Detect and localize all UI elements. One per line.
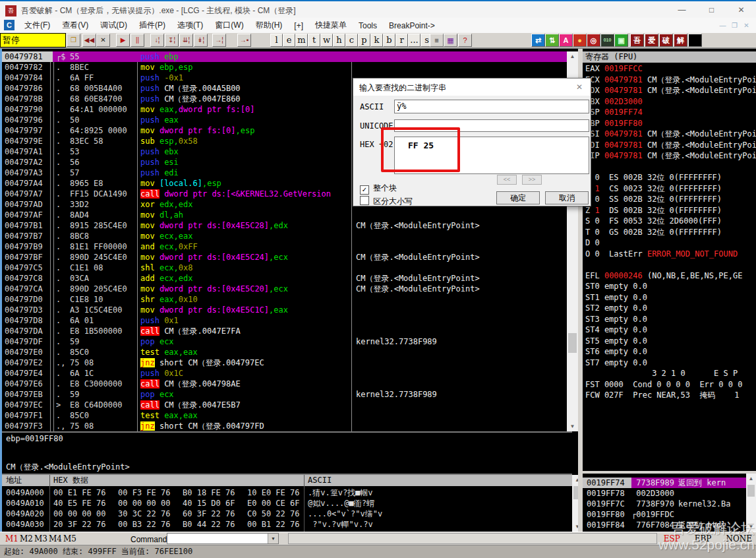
letter-button-e[interactable]: e	[283, 34, 295, 47]
black-square-icon[interactable]	[688, 34, 702, 47]
dialog-title-bar[interactable]: 输入要查找的二进制字串 ✕	[353, 78, 591, 96]
register-line[interactable]: EBX 002D3000	[583, 96, 756, 108]
menu-item-[interactable]: [+]	[288, 21, 309, 30]
mdi-close-button[interactable]: ✕	[741, 20, 752, 30]
memory-tab-m5[interactable]: M5	[63, 534, 76, 543]
menu-item-p[interactable]: 插件(P)	[133, 20, 171, 31]
letter-button-h[interactable]: h	[333, 34, 345, 47]
register-line[interactable]: D 0	[583, 237, 756, 249]
checkbox-icon[interactable]: ✓	[360, 185, 369, 195]
close-icon[interactable]: ✕	[573, 82, 585, 92]
scroll-thumb[interactable]	[568, 333, 577, 353]
memory-tab-m4[interactable]: M4	[49, 534, 62, 543]
disasm-row[interactable]: 004797F1.85C0test eax,eax	[2, 410, 567, 421]
scroll-down-icon[interactable]: ▼	[746, 524, 756, 530]
rewind-icon[interactable]: ◀◀	[82, 34, 96, 47]
register-line[interactable]: O 0 LastErr ERROR_MOD_NOT_FOUND	[583, 249, 756, 260]
po-icon[interactable]: 破	[659, 34, 673, 47]
disasm-row[interactable]: 004797CA.890D 205C4E0mov dword ptr ds:[0…	[2, 284, 567, 294]
log-list-icon[interactable]: ≡	[430, 34, 444, 47]
register-line[interactable]: Z 1 DS 002B 32位 0(FFFFFFFF)	[583, 205, 756, 216]
stack-row[interactable]: 0019FF84 776F7084返回到 ntdl	[583, 520, 746, 530]
register-line[interactable]: C 0 ES 002B 32位 0(FFFFFFFF)	[583, 172, 756, 183]
chevron-down-icon[interactable]: ▼	[268, 534, 278, 543]
cancel-button[interactable]: 取消	[545, 191, 589, 204]
command-input[interactable]: ▼	[167, 533, 279, 544]
disasm-row[interactable]: 004797EB.59pop ecxkernel32.7738F989	[2, 389, 567, 400]
disasm-row[interactable]: 004797E0.85C0test eax,eax	[2, 347, 567, 357]
wu-icon[interactable]: 吾	[630, 34, 644, 47]
updown-arrows-icon[interactable]: ⇅	[545, 34, 559, 47]
pause-icon[interactable]: ||	[131, 34, 144, 47]
till-return-icon[interactable]: →¦	[212, 34, 226, 47]
next-match-button[interactable]: >>	[522, 175, 542, 185]
stack-row[interactable]: 0019FF78 002D3000	[583, 488, 746, 499]
mdi-minimize-button[interactable]: —	[717, 20, 728, 30]
disasm-row[interactable]: 004797B7.8BC8mov ecx,eax	[2, 231, 567, 241]
disasm-row[interactable]: 004797E4.6A 1Cpush 0x1C	[2, 368, 567, 379]
disasm-row[interactable]: 004797B1.8915 285C4E0mov dword ptr ds:[0…	[2, 220, 567, 231]
maximize-button[interactable]: □	[697, 3, 726, 17]
letter-button-b[interactable]: b	[383, 34, 395, 47]
register-line[interactable]: ST0 empty 0.0	[583, 281, 756, 292]
menu-item-d[interactable]: 调试(D)	[94, 20, 133, 31]
stack-row[interactable]: 0019FF7C 7738F970kernel32.Ba	[583, 499, 746, 509]
menu-item-t[interactable]: 选项(T)	[171, 20, 209, 31]
disasm-row[interactable]: 004797DA.E8 1B500000call CM（登录.0047E7FA	[2, 326, 567, 336]
memory-dump-pane[interactable]: 地址 HEX 数据 ASCII 0049A00000 E1 FE 7600 F3…	[2, 475, 572, 532]
menu-item-tools[interactable]: Tools	[353, 21, 383, 30]
menu-item-h[interactable]: 帮助(H)	[250, 20, 289, 31]
register-line[interactable]: ST6 empty 0.0	[583, 346, 756, 357]
disasm-row[interactable]: 004797E6.E8 C3000000call CM（登录.004798AE	[2, 379, 567, 389]
memory-tab-m2[interactable]: M2	[20, 534, 33, 543]
register-line[interactable]: S 0 FS 0053 32位 2D6000(FFF)	[583, 216, 756, 227]
binary-010-icon[interactable]: 010	[600, 34, 614, 47]
letter-button-w[interactable]: w	[320, 34, 333, 47]
disasm-row[interactable]: 004797DF.59pop ecxkernel32.7738F989	[2, 336, 567, 347]
close-button[interactable]: ✕	[726, 3, 756, 17]
step-into-icon[interactable]: ↓¦	[150, 34, 164, 47]
register-line[interactable]: FCW 027F Prec NEAR,53 掩码 1	[583, 390, 756, 401]
letter-button-m[interactable]: m	[295, 34, 308, 47]
trace-over-icon[interactable]: ↡¦	[194, 34, 208, 47]
menu-item-breakpoint[interactable]: BreakPoint->	[383, 21, 441, 30]
register-line[interactable]: 3 2 1 0 E S P	[583, 368, 756, 379]
disasm-row[interactable]: 004797E2.,75 08jnz short CM（登录.004797EC	[2, 357, 567, 368]
ascii-input[interactable]: ÿ%	[394, 100, 589, 113]
menu-item-f[interactable]: 文件(F)	[18, 20, 56, 31]
register-line[interactable]: EAX 0019FFCC	[583, 63, 756, 75]
help-icon[interactable]: ?	[458, 34, 472, 47]
register-line[interactable]	[583, 259, 756, 270]
scroll-down-icon[interactable]: ▼	[567, 423, 578, 429]
register-line[interactable]: EFL 00000246 (NO,NB,E,BE,NS,PE,GE	[583, 270, 756, 282]
register-line[interactable]: T 0 GS 002B 32位 0(FFFFFFFF)	[583, 227, 756, 238]
ok-button[interactable]: 确定	[496, 191, 540, 204]
register-line[interactable]: ST1 empty 0.0	[583, 292, 756, 303]
dump-row[interactable]: 0049A03020 3F 22 7600 B3 22 76B0 44 22 7…	[2, 519, 572, 530]
register-line[interactable]: FST 0000 Cond 0 0 0 0 Err 0 0 0	[583, 379, 756, 390]
menu-item-[interactable]: 快捷菜单	[309, 20, 353, 31]
register-line[interactable]: ESI 00479781 CM（登录.<ModuleEntryPoint>	[583, 129, 756, 140]
goto-icon[interactable]: →▪	[237, 34, 251, 47]
register-line[interactable]: EIP 00479781 CM（登录.<ModuleEntryPoint>	[583, 150, 756, 162]
scroll-up-icon[interactable]: ▲	[746, 476, 756, 481]
memory-window-icon[interactable]: ▣	[614, 34, 628, 47]
letter-button-t[interactable]: t	[308, 34, 320, 47]
letter-button-more[interactable]: ...	[408, 34, 421, 47]
menu-item-v[interactable]: 查看(V)	[56, 20, 94, 31]
disasm-row[interactable]: 00479782.8BECmov ebp,esp	[2, 62, 567, 73]
stack-row[interactable]: 0019FF74 7738F989返回到 kern	[583, 478, 746, 488]
checkbox-icon[interactable]	[360, 196, 369, 205]
step-over-icon[interactable]: ↧¦	[165, 34, 179, 47]
breakpoint-dot-icon[interactable]: ●	[573, 34, 587, 47]
disasm-row[interactable]: 004797F3.,75 08jnz short CM（登录.004797FD	[2, 421, 567, 431]
register-line[interactable]: ST2 empty 0.0	[583, 303, 756, 314]
stack-scrollbar[interactable]: ▲ ▼	[746, 474, 756, 532]
scroll-thumb[interactable]	[747, 485, 755, 497]
disasm-row[interactable]: 004797B9.81E1 FF00000and ecx,0xFF	[2, 241, 567, 252]
register-line[interactable]: ST7 empty 0.0	[583, 357, 756, 369]
target-icon[interactable]: ◎	[587, 34, 600, 47]
stack-row[interactable]: 0019FF80┌0019FFDC	[583, 509, 746, 520]
run-icon[interactable]: ▶	[116, 34, 130, 47]
prev-match-button[interactable]: <<	[497, 175, 517, 185]
